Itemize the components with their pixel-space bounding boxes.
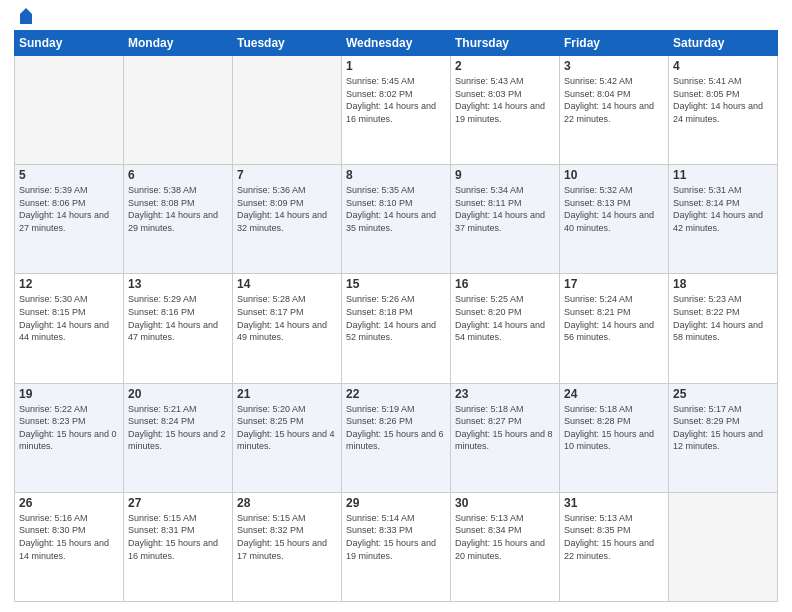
table-row: 17Sunrise: 5:24 AMSunset: 8:21 PMDayligh… [560, 274, 669, 383]
day-number: 17 [564, 277, 664, 291]
table-row: 10Sunrise: 5:32 AMSunset: 8:13 PMDayligh… [560, 165, 669, 274]
table-row: 20Sunrise: 5:21 AMSunset: 8:24 PMDayligh… [124, 383, 233, 492]
table-row: 16Sunrise: 5:25 AMSunset: 8:20 PMDayligh… [451, 274, 560, 383]
day-info: Sunrise: 5:20 AMSunset: 8:25 PMDaylight:… [237, 403, 337, 453]
day-info: Sunrise: 5:17 AMSunset: 8:29 PMDaylight:… [673, 403, 773, 453]
day-number: 11 [673, 168, 773, 182]
table-row [233, 56, 342, 165]
svg-marker-0 [20, 8, 32, 24]
page: Sunday Monday Tuesday Wednesday Thursday… [0, 0, 792, 612]
day-info: Sunrise: 5:24 AMSunset: 8:21 PMDaylight:… [564, 293, 664, 343]
header [14, 10, 778, 24]
day-info: Sunrise: 5:35 AMSunset: 8:10 PMDaylight:… [346, 184, 446, 234]
day-number: 19 [19, 387, 119, 401]
day-number: 1 [346, 59, 446, 73]
table-row: 2Sunrise: 5:43 AMSunset: 8:03 PMDaylight… [451, 56, 560, 165]
table-row: 31Sunrise: 5:13 AMSunset: 8:35 PMDayligh… [560, 492, 669, 601]
table-row: 19Sunrise: 5:22 AMSunset: 8:23 PMDayligh… [15, 383, 124, 492]
day-info: Sunrise: 5:13 AMSunset: 8:35 PMDaylight:… [564, 512, 664, 562]
day-number: 8 [346, 168, 446, 182]
day-number: 5 [19, 168, 119, 182]
table-row [124, 56, 233, 165]
calendar-week-row: 12Sunrise: 5:30 AMSunset: 8:15 PMDayligh… [15, 274, 778, 383]
day-number: 2 [455, 59, 555, 73]
table-row: 6Sunrise: 5:38 AMSunset: 8:08 PMDaylight… [124, 165, 233, 274]
table-row: 24Sunrise: 5:18 AMSunset: 8:28 PMDayligh… [560, 383, 669, 492]
day-number: 26 [19, 496, 119, 510]
table-row: 30Sunrise: 5:13 AMSunset: 8:34 PMDayligh… [451, 492, 560, 601]
day-info: Sunrise: 5:31 AMSunset: 8:14 PMDaylight:… [673, 184, 773, 234]
day-info: Sunrise: 5:15 AMSunset: 8:31 PMDaylight:… [128, 512, 228, 562]
day-info: Sunrise: 5:34 AMSunset: 8:11 PMDaylight:… [455, 184, 555, 234]
day-number: 9 [455, 168, 555, 182]
day-number: 25 [673, 387, 773, 401]
day-info: Sunrise: 5:22 AMSunset: 8:23 PMDaylight:… [19, 403, 119, 453]
table-row: 9Sunrise: 5:34 AMSunset: 8:11 PMDaylight… [451, 165, 560, 274]
day-number: 7 [237, 168, 337, 182]
table-row: 23Sunrise: 5:18 AMSunset: 8:27 PMDayligh… [451, 383, 560, 492]
day-info: Sunrise: 5:26 AMSunset: 8:18 PMDaylight:… [346, 293, 446, 343]
table-row: 29Sunrise: 5:14 AMSunset: 8:33 PMDayligh… [342, 492, 451, 601]
day-info: Sunrise: 5:42 AMSunset: 8:04 PMDaylight:… [564, 75, 664, 125]
table-row [15, 56, 124, 165]
day-number: 14 [237, 277, 337, 291]
day-info: Sunrise: 5:29 AMSunset: 8:16 PMDaylight:… [128, 293, 228, 343]
table-row: 18Sunrise: 5:23 AMSunset: 8:22 PMDayligh… [669, 274, 778, 383]
day-info: Sunrise: 5:41 AMSunset: 8:05 PMDaylight:… [673, 75, 773, 125]
col-saturday: Saturday [669, 31, 778, 56]
col-tuesday: Tuesday [233, 31, 342, 56]
table-row: 15Sunrise: 5:26 AMSunset: 8:18 PMDayligh… [342, 274, 451, 383]
day-info: Sunrise: 5:36 AMSunset: 8:09 PMDaylight:… [237, 184, 337, 234]
day-number: 10 [564, 168, 664, 182]
day-number: 15 [346, 277, 446, 291]
day-info: Sunrise: 5:28 AMSunset: 8:17 PMDaylight:… [237, 293, 337, 343]
day-info: Sunrise: 5:13 AMSunset: 8:34 PMDaylight:… [455, 512, 555, 562]
day-info: Sunrise: 5:14 AMSunset: 8:33 PMDaylight:… [346, 512, 446, 562]
day-number: 12 [19, 277, 119, 291]
table-row: 28Sunrise: 5:15 AMSunset: 8:32 PMDayligh… [233, 492, 342, 601]
table-row: 21Sunrise: 5:20 AMSunset: 8:25 PMDayligh… [233, 383, 342, 492]
col-wednesday: Wednesday [342, 31, 451, 56]
table-row: 13Sunrise: 5:29 AMSunset: 8:16 PMDayligh… [124, 274, 233, 383]
logo [14, 10, 36, 24]
day-number: 29 [346, 496, 446, 510]
day-number: 24 [564, 387, 664, 401]
col-thursday: Thursday [451, 31, 560, 56]
day-number: 28 [237, 496, 337, 510]
day-info: Sunrise: 5:19 AMSunset: 8:26 PMDaylight:… [346, 403, 446, 453]
calendar-week-row: 1Sunrise: 5:45 AMSunset: 8:02 PMDaylight… [15, 56, 778, 165]
day-info: Sunrise: 5:43 AMSunset: 8:03 PMDaylight:… [455, 75, 555, 125]
day-info: Sunrise: 5:23 AMSunset: 8:22 PMDaylight:… [673, 293, 773, 343]
calendar-week-row: 19Sunrise: 5:22 AMSunset: 8:23 PMDayligh… [15, 383, 778, 492]
day-info: Sunrise: 5:45 AMSunset: 8:02 PMDaylight:… [346, 75, 446, 125]
day-number: 20 [128, 387, 228, 401]
day-number: 3 [564, 59, 664, 73]
day-info: Sunrise: 5:39 AMSunset: 8:06 PMDaylight:… [19, 184, 119, 234]
day-info: Sunrise: 5:15 AMSunset: 8:32 PMDaylight:… [237, 512, 337, 562]
table-row: 8Sunrise: 5:35 AMSunset: 8:10 PMDaylight… [342, 165, 451, 274]
day-info: Sunrise: 5:30 AMSunset: 8:15 PMDaylight:… [19, 293, 119, 343]
day-info: Sunrise: 5:16 AMSunset: 8:30 PMDaylight:… [19, 512, 119, 562]
day-number: 21 [237, 387, 337, 401]
table-row: 12Sunrise: 5:30 AMSunset: 8:15 PMDayligh… [15, 274, 124, 383]
table-row: 25Sunrise: 5:17 AMSunset: 8:29 PMDayligh… [669, 383, 778, 492]
table-row: 7Sunrise: 5:36 AMSunset: 8:09 PMDaylight… [233, 165, 342, 274]
day-number: 6 [128, 168, 228, 182]
calendar-week-row: 26Sunrise: 5:16 AMSunset: 8:30 PMDayligh… [15, 492, 778, 601]
col-monday: Monday [124, 31, 233, 56]
day-info: Sunrise: 5:25 AMSunset: 8:20 PMDaylight:… [455, 293, 555, 343]
table-row: 22Sunrise: 5:19 AMSunset: 8:26 PMDayligh… [342, 383, 451, 492]
logo-icon [16, 6, 36, 26]
day-number: 18 [673, 277, 773, 291]
day-number: 22 [346, 387, 446, 401]
day-info: Sunrise: 5:21 AMSunset: 8:24 PMDaylight:… [128, 403, 228, 453]
day-number: 30 [455, 496, 555, 510]
day-info: Sunrise: 5:32 AMSunset: 8:13 PMDaylight:… [564, 184, 664, 234]
table-row: 26Sunrise: 5:16 AMSunset: 8:30 PMDayligh… [15, 492, 124, 601]
day-number: 31 [564, 496, 664, 510]
day-info: Sunrise: 5:38 AMSunset: 8:08 PMDaylight:… [128, 184, 228, 234]
day-number: 27 [128, 496, 228, 510]
table-row: 14Sunrise: 5:28 AMSunset: 8:17 PMDayligh… [233, 274, 342, 383]
calendar-table: Sunday Monday Tuesday Wednesday Thursday… [14, 30, 778, 602]
calendar-header-row: Sunday Monday Tuesday Wednesday Thursday… [15, 31, 778, 56]
